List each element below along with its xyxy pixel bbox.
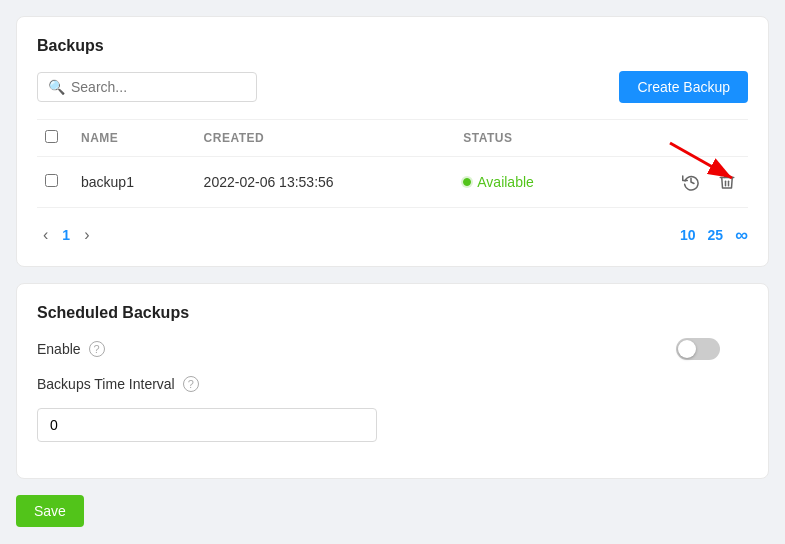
- page-size-25[interactable]: 25: [708, 227, 724, 243]
- col-actions: [609, 120, 748, 157]
- save-button[interactable]: Save: [16, 495, 84, 527]
- scheduled-backups-card: Scheduled Backups Enable ? Backups Time …: [16, 283, 769, 479]
- col-status: STATUS: [455, 120, 609, 157]
- enable-row: Enable ?: [37, 338, 748, 360]
- table-row: backup1 2022-02-06 13:53:56 Available: [37, 157, 748, 208]
- search-box: 🔍: [37, 72, 257, 102]
- pagination: ‹ 1 › 10 25 ∞: [37, 224, 748, 246]
- search-input[interactable]: [71, 79, 246, 95]
- backups-toolbar: 🔍 Create Backup: [37, 71, 748, 103]
- current-page: 1: [62, 227, 70, 243]
- interval-row: Backups Time Interval ?: [37, 376, 748, 392]
- next-page-button[interactable]: ›: [78, 224, 95, 246]
- status-text: Available: [477, 174, 534, 190]
- status-badge: Available: [463, 174, 601, 190]
- backups-title: Backups: [37, 37, 748, 55]
- interval-label: Backups Time Interval: [37, 376, 175, 392]
- delete-button[interactable]: [714, 171, 740, 193]
- prev-page-button[interactable]: ‹: [37, 224, 54, 246]
- col-name: NAME: [73, 120, 196, 157]
- enable-toggle[interactable]: [676, 338, 720, 360]
- backups-table: NAME CREATED STATUS backup1 2022-02-06 1…: [37, 119, 748, 208]
- select-all-checkbox[interactable]: [45, 130, 58, 143]
- backups-card: Backups 🔍 Create Backup NAME CREATED STA…: [16, 16, 769, 267]
- enable-help-icon[interactable]: ?: [89, 341, 105, 357]
- row-checkbox[interactable]: [45, 174, 58, 187]
- toggle-thumb: [678, 340, 696, 358]
- page-size-inf[interactable]: ∞: [735, 225, 748, 246]
- create-backup-button[interactable]: Create Backup: [619, 71, 748, 103]
- backup-created: 2022-02-06 13:53:56: [196, 157, 456, 208]
- interval-input[interactable]: [37, 408, 377, 442]
- enable-label: Enable: [37, 341, 81, 357]
- action-icons: [617, 171, 740, 193]
- page-size-10[interactable]: 10: [680, 227, 696, 243]
- col-created: CREATED: [196, 120, 456, 157]
- page-sizes: 10 25 ∞: [680, 225, 748, 246]
- backup-name: backup1: [73, 157, 196, 208]
- search-icon: 🔍: [48, 79, 65, 95]
- status-dot-icon: [463, 178, 471, 186]
- toggle-track[interactable]: [676, 338, 720, 360]
- restore-button[interactable]: [678, 171, 704, 193]
- scheduled-backups-title: Scheduled Backups: [37, 304, 748, 322]
- page-nav: ‹ 1 ›: [37, 224, 95, 246]
- interval-help-icon[interactable]: ?: [183, 376, 199, 392]
